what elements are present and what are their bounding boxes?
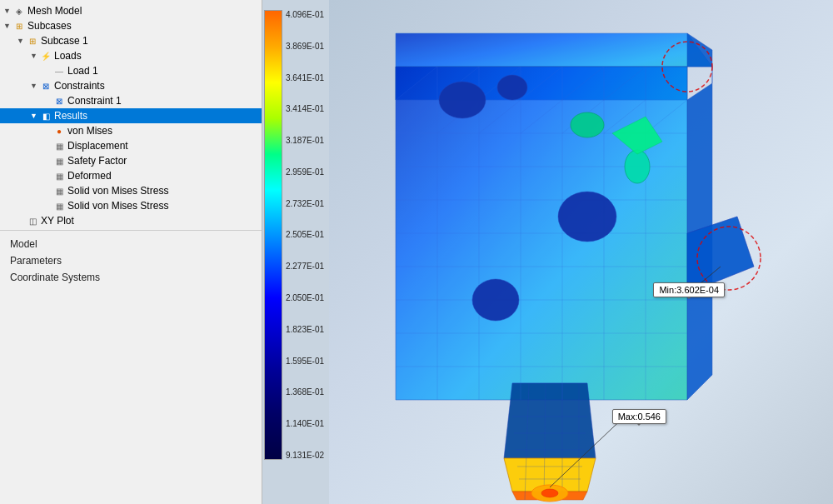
- tree-item-label: Constraint 1: [67, 95, 122, 107]
- tree-item-constraints[interactable]: ▼⊠Constraints: [0, 78, 262, 93]
- mesh-svg: [329, 0, 833, 504]
- tree-item-displacement[interactable]: ▦Displacement: [0, 138, 262, 153]
- load-item-icon: —: [52, 64, 66, 77]
- scale-label-13: 1.140E-01: [286, 419, 324, 428]
- tree-item-label: Results: [54, 110, 87, 122]
- vonmises-icon: ●: [52, 124, 66, 137]
- svg-point-37: [558, 192, 616, 242]
- min-annotation: Min:3.602E-04: [653, 282, 725, 297]
- tree-item-label: XY Plot: [41, 215, 74, 227]
- tree-item-constraint1[interactable]: ⊠Constraint 1: [0, 93, 262, 108]
- tree-item-label: Solid von Mises Stress: [67, 200, 168, 212]
- scale-label-7: 2.505E-01: [286, 230, 324, 239]
- scale-label-2: 3.641E-01: [286, 73, 324, 82]
- scale-label-5: 2.959E-01: [286, 167, 324, 177]
- svg-point-35: [439, 82, 486, 118]
- tree-caret: ▼: [3, 22, 12, 30]
- scale-label-12: 1.368E-01: [286, 387, 324, 397]
- tree-caret: ▼: [30, 52, 38, 60]
- tree-caret: ▼: [3, 7, 12, 15]
- bottom-item-parameters[interactable]: Parameters: [7, 252, 255, 269]
- tree-caret: ▼: [30, 112, 38, 120]
- tree-item-label: Displacement: [67, 140, 128, 152]
- tree-item-solid-vonmises2[interactable]: ▦Solid von Mises Stress: [0, 198, 262, 213]
- color-scale-panel: 4.096E-013.869E-013.641E-013.414E-013.18…: [262, 0, 329, 504]
- bottom-item-coordinate-systems[interactable]: Coordinate Systems: [7, 269, 255, 286]
- max-annotation: Max:0.546: [612, 409, 666, 424]
- svg-point-38: [472, 279, 519, 321]
- tree-item-subcase1[interactable]: ▼⊞Subcase 1: [0, 33, 262, 48]
- scale-label-6: 2.732E-01: [286, 199, 324, 208]
- scale-label-0: 4.096E-01: [286, 10, 324, 19]
- svg-point-59: [541, 489, 558, 497]
- tree-item-label: von Mises: [67, 125, 112, 137]
- tree-item-safety-factor[interactable]: ▦Safety Factor: [0, 153, 262, 168]
- analysis-icon: ▦: [52, 169, 66, 182]
- analysis-icon: ▦: [52, 199, 66, 212]
- tree-item-label: Subcases: [27, 20, 72, 32]
- analysis-icon: ▦: [52, 154, 66, 167]
- scale-label-10: 1.823E-01: [286, 325, 324, 334]
- color-bar: [264, 10, 282, 460]
- constraint-icon: ⊠: [39, 79, 52, 92]
- tree-item-label: Solid von Mises Stress: [67, 185, 168, 197]
- tree-item-mesh-model[interactable]: ▼◈Mesh Model: [0, 3, 262, 18]
- tree-item-label: Load 1: [67, 65, 98, 77]
- tree-item-vonmises[interactable]: ●von Mises: [0, 123, 262, 138]
- tree-item-load1[interactable]: —Load 1: [0, 63, 262, 78]
- analysis-icon: ▦: [52, 139, 66, 152]
- scale-label-3: 3.414E-01: [286, 104, 324, 113]
- xy-icon: ◫: [26, 214, 39, 227]
- scale-label-8: 2.277E-01: [286, 262, 324, 271]
- tree-item-label: Safety Factor: [67, 155, 127, 167]
- subcase-icon: ⊞: [26, 34, 39, 47]
- scale-labels: 4.096E-013.869E-013.641E-013.414E-013.18…: [282, 10, 327, 460]
- svg-marker-2: [687, 33, 712, 400]
- svg-point-39: [571, 112, 604, 137]
- scale-label-9: 2.050E-01: [286, 293, 324, 302]
- svg-point-40: [625, 150, 650, 183]
- tree-item-label: Loads: [54, 50, 82, 62]
- tree-item-label: Subcase 1: [41, 35, 88, 47]
- tree-item-label: Mesh Model: [27, 5, 82, 17]
- svg-point-36: [497, 75, 527, 100]
- tree-caret: ▼: [17, 37, 25, 45]
- tree-item-label: Constraints: [54, 80, 105, 92]
- tree-item-deformed[interactable]: ▦Deformed: [0, 168, 262, 183]
- tree-item-solid-vonmises1[interactable]: ▦Solid von Mises Stress: [0, 183, 262, 198]
- scale-label-11: 1.595E-01: [286, 357, 324, 366]
- results-icon: ◧: [39, 109, 52, 122]
- mesh-icon: ◈: [12, 4, 26, 17]
- tree-item-label: Deformed: [67, 170, 112, 182]
- tree-item-xy-plot[interactable]: ◫XY Plot: [0, 213, 262, 228]
- loads-icon: ⚡: [39, 49, 52, 62]
- scale-label-4: 3.187E-01: [286, 136, 324, 145]
- tree-caret: ▼: [30, 82, 38, 90]
- tree-panel: ▼◈Mesh Model▼⊞Subcases▼⊞Subcase 1▼⚡Loads…: [0, 0, 262, 504]
- subcase-icon: ⊞: [12, 19, 26, 32]
- tree-item-loads[interactable]: ▼⚡Loads: [0, 48, 262, 63]
- svg-marker-4: [504, 383, 596, 458]
- tree-item-results[interactable]: ▼◧Results: [0, 108, 262, 123]
- constraint-icon: ⊠: [52, 94, 66, 107]
- scale-label-14: 9.131E-02: [286, 451, 324, 460]
- 3d-viewport[interactable]: Min:3.602E-04 Max:0.546: [329, 0, 833, 504]
- analysis-icon: ▦: [52, 184, 66, 197]
- scale-label-1: 3.869E-01: [286, 42, 324, 51]
- bottom-item-model[interactable]: Model: [7, 236, 255, 252]
- tree-item-subcases[interactable]: ▼⊞Subcases: [0, 18, 262, 33]
